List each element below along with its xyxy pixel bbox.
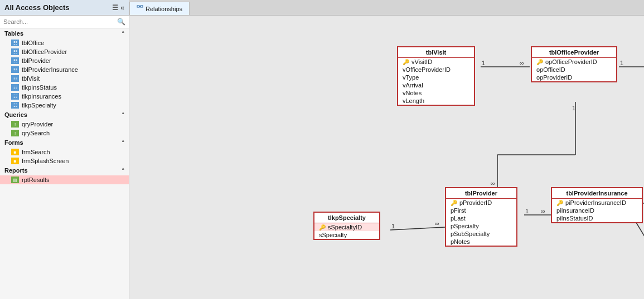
collapse-tables-icon: ˄ [122,31,124,37]
sidebar-item-tblProviderInsurance[interactable]: ☷ tblProviderInsurance [0,65,129,74]
section-queries-label: Queries [4,111,27,118]
sidebar-item-tlkpSpecialty[interactable]: ☷ tlkpSpecialty [0,101,129,110]
nav-label: tlkpInsurances [22,93,61,100]
field-piProviderInsuranceID: 🔑piProviderInsuranceID [552,199,642,207]
table-header-tblVisit: tblVisit [398,47,474,58]
sidebar-item-qryProvider[interactable]: ! qryProvider [0,120,129,129]
table-header-tblProvider: tblProvider [446,188,516,199]
section-queries[interactable]: Queries ˄ [0,110,129,120]
nav-label: frmSearch [22,149,50,155]
field-vType: vType [398,73,474,81]
sidebar-item-tlkpInsStatus[interactable]: ☷ tlkpInsStatus [0,83,129,92]
diagram-icon [137,5,143,13]
sidebar-collapse-icon[interactable]: « [120,4,124,12]
svg-line-23 [636,222,644,263]
sidebar-item-qrySearch[interactable]: ! qrySearch [0,129,129,138]
svg-text:1: 1 [572,105,575,111]
field-vNotes: vNotes [398,89,474,97]
nav-label: rptResults [22,177,50,183]
nav-label: tblVisit [22,75,40,82]
collapse-queries-icon: ˄ [122,112,124,118]
field-opProviderID: opProviderID [532,73,616,81]
table-tlkpSpecialty[interactable]: tlkpSpecialty 🔑sSpecialtyID sSpecialty [313,212,380,240]
table-icon: ☷ [11,75,19,82]
field-vVisitID: 🔑vVisitID [398,58,474,66]
table-tblProviderInsurance[interactable]: tblProviderInsurance 🔑piProviderInsuranc… [551,187,643,223]
section-forms-label: Forms [4,139,23,146]
svg-text:∞: ∞ [541,208,545,214]
form-icon: ■ [11,158,19,164]
table-header-tblOfficeProvider: tblOfficeProvider [532,47,616,58]
table-icon: ☷ [11,66,19,73]
section-reports[interactable]: Reports ˄ [0,165,129,175]
tab-relationships[interactable]: Relationships [129,2,190,15]
field-pLast: pLast [446,214,516,222]
table-icon: ☷ [11,40,19,46]
nav-label: tlkpSpecialty [22,102,56,109]
svg-text:1: 1 [525,208,529,214]
sidebar-header: All Access Objects ☰ « [0,0,129,16]
main-area: Relationships 1 ∞ 1 ∞ 1 ∞ [129,0,644,299]
svg-text:1: 1 [620,60,623,66]
table-header-tlkpSpecialty: tlkpSpecialty [314,213,379,223]
field-vLength: vLength [398,97,474,105]
svg-text:∞: ∞ [520,60,524,66]
field-pFirst: pFirst [446,207,516,214]
section-reports-label: Reports [4,167,28,174]
form-icon: ■ [11,149,19,155]
relationship-canvas[interactable]: 1 ∞ 1 ∞ 1 ∞ 1 ∞ 1 ∞ 1 [129,16,644,299]
section-tables-label: Tables [4,30,23,37]
table-tblVisit[interactable]: tblVisit 🔑vVisitID vOfficeProviderID vTy… [397,46,475,106]
field-opOfficeProviderID: 🔑opOfficeProviderID [532,58,616,66]
svg-text:∞: ∞ [435,220,439,227]
nav-label: qryProvider [22,121,53,128]
sidebar-item-frmSplashScreen[interactable]: ■ frmSplashScreen [0,156,129,165]
nav-label: tblOffice [22,40,44,46]
table-icon: ☷ [11,84,19,91]
nav-label: tblProviderInsurance [22,66,78,73]
sidebar-item-tblVisit[interactable]: ☷ tblVisit [0,74,129,83]
nav-label: frmSplashScreen [22,158,69,164]
nav-label: qrySearch [22,130,50,136]
section-tables[interactable]: Tables ˄ [0,28,129,38]
sidebar-item-tlkpInsurances[interactable]: ☷ tlkpInsurances [0,92,129,101]
sidebar-item-tblProvider[interactable]: ☷ tblProvider [0,56,129,65]
search-box[interactable]: 🔍 [0,16,129,28]
table-header-tblProviderInsurance: tblProviderInsurance [552,188,642,199]
sidebar-item-frmSearch[interactable]: ■ frmSearch [0,148,129,156]
search-input[interactable] [3,18,117,25]
field-piInsuranceID: piInsuranceID [552,207,642,214]
svg-rect-1 [141,6,143,7]
field-sSpecialty: sSpecialty [314,231,379,239]
collapse-reports-icon: ˄ [122,168,124,174]
table-tblOfficeProvider[interactable]: tblOfficeProvider 🔑opOfficeProviderID op… [531,46,617,82]
table-icon: ☷ [11,102,19,109]
table-icon: ☷ [11,57,19,64]
svg-text:∞: ∞ [491,180,495,187]
svg-text:1: 1 [391,223,395,229]
field-pProviderID: 🔑pProviderID [446,199,516,207]
collapse-forms-icon: ˄ [122,140,124,146]
nav-label: tblOfficeProvider [22,48,67,55]
field-opOfficeID: opOfficeID [532,66,616,73]
query-icon: ! [11,130,19,136]
field-vArrival: vArrival [398,81,474,89]
field-sSpecialtyID: 🔑sSpecialtyID [314,223,379,231]
field-pSpecialty: pSpecialty [446,222,516,230]
sidebar-item-tblOffice[interactable]: ☷ tblOffice [0,38,129,47]
field-vOfficeProviderID: vOfficeProviderID [398,66,474,73]
field-pNotes: pNotes [446,238,516,246]
table-icon: ☷ [11,48,19,55]
sidebar: All Access Objects ☰ « 🔍 Tables ˄ ☷ tblO… [0,0,129,299]
svg-line-17 [390,227,445,230]
sidebar-item-rptResults[interactable]: ▤ rptResults [0,175,129,184]
table-icon: ☷ [11,93,19,100]
table-tblProvider[interactable]: tblProvider 🔑pProviderID pFirst pLast pS… [445,187,517,247]
sidebar-menu-icon[interactable]: ☰ [112,4,118,12]
sidebar-header-icons: ☰ « [112,4,124,12]
svg-rect-0 [137,6,139,7]
report-icon: ▤ [11,177,19,183]
nav-label: tblProvider [22,57,51,64]
sidebar-item-tblOfficeProvider[interactable]: ☷ tblOfficeProvider [0,47,129,56]
section-forms[interactable]: Forms ˄ [0,138,129,148]
